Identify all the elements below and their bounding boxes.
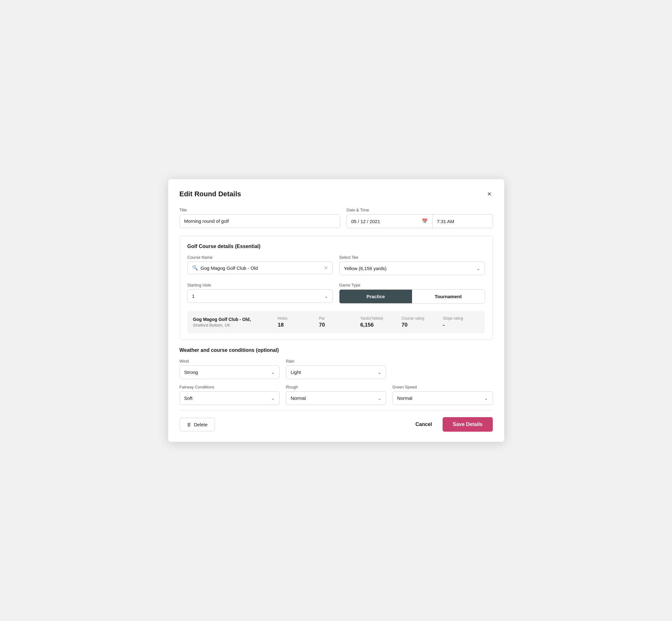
fairway-label: Fairway Conditions — [179, 385, 280, 389]
par-stat: Par 70 — [314, 316, 355, 328]
green-speed-group: Green Speed Normal ⌄ — [392, 385, 493, 405]
slope-rating-label: Slope rating — [443, 316, 463, 321]
starting-hole-group: Starting Hole 1 ⌄ — [187, 283, 333, 303]
title-group: Title — [179, 208, 340, 228]
tournament-button[interactable]: Tournament — [412, 290, 485, 303]
clear-icon[interactable]: ✕ — [324, 265, 328, 271]
title-datetime-row: Title Date & Time 05 / 12 / 2021 📅 7:31 … — [179, 208, 493, 228]
time-value: 7:31 AM — [437, 219, 454, 224]
select-tee-value: Yellow (6,156 yards) — [344, 266, 474, 271]
modal-footer: 🗑 Delete Cancel Save Details — [179, 411, 493, 432]
close-button[interactable]: × — [486, 189, 493, 199]
yards-stat: Yards(Yellow) 6,156 — [355, 316, 396, 328]
search-icon: 🔍 — [192, 265, 198, 271]
green-speed-dropdown[interactable]: Normal ⌄ — [392, 391, 493, 405]
cancel-button[interactable]: Cancel — [412, 418, 435, 431]
chevron-down-icon: ⌄ — [378, 370, 381, 375]
rain-label: Rain — [286, 359, 386, 364]
slope-rating-stat: Slope rating - — [438, 316, 479, 328]
wind-label: Wind — [179, 359, 280, 364]
select-tee-dropdown[interactable]: Yellow (6,156 yards) ⌄ — [339, 261, 485, 275]
rough-value: Normal — [291, 396, 375, 401]
hole-gametype-row: Starting Hole 1 ⌄ Game Type Practice Tou… — [187, 283, 485, 303]
datetime-group: Date & Time 05 / 12 / 2021 📅 7:31 AM — [346, 208, 493, 228]
par-value: 70 — [319, 322, 325, 328]
golf-course-section: Golf Course details (Essential) Course N… — [179, 236, 493, 340]
fairway-dropdown[interactable]: Soft ⌄ — [179, 391, 280, 405]
holes-label: Holes — [278, 316, 287, 321]
delete-label: Delete — [194, 422, 208, 427]
chevron-down-icon: ⌄ — [271, 396, 275, 401]
chevron-down-icon: ⌄ — [476, 266, 480, 271]
rough-label: Rough — [286, 385, 386, 389]
course-name-group: Course Name 🔍 ✕ — [187, 255, 333, 275]
slope-rating-value: - — [443, 322, 445, 328]
holes-stat: Holes 18 — [272, 316, 314, 328]
date-input[interactable]: 05 / 12 / 2021 📅 — [346, 214, 432, 228]
footer-right-actions: Cancel Save Details — [412, 417, 493, 432]
date-value: 05 / 12 / 2021 — [351, 219, 380, 224]
starting-hole-label: Starting Hole — [187, 283, 333, 287]
course-location: Shelford Bottom, UK — [193, 323, 273, 328]
chevron-down-icon: ⌄ — [271, 370, 275, 375]
green-speed-label: Green Speed — [392, 385, 493, 389]
starting-hole-dropdown[interactable]: 1 ⌄ — [187, 289, 333, 303]
course-info-name-group: Gog Magog Golf Club - Old, Shelford Bott… — [193, 317, 273, 328]
yards-value: 6,156 — [360, 322, 374, 328]
rain-dropdown[interactable]: Light ⌄ — [286, 365, 386, 379]
game-type-label: Game Type — [339, 283, 485, 287]
rain-group: Rain Light ⌄ — [286, 359, 386, 379]
title-input[interactable] — [179, 214, 340, 228]
trash-icon: 🗑 — [187, 422, 192, 427]
starting-hole-value: 1 — [192, 293, 322, 299]
course-rating-value: 70 — [402, 322, 408, 328]
weather-section: Weather and course conditions (optional)… — [179, 347, 493, 405]
calendar-icon: 📅 — [422, 218, 428, 224]
par-label: Par — [319, 316, 325, 321]
game-type-group: Game Type Practice Tournament — [339, 283, 485, 303]
modal-title: Edit Round Details — [179, 190, 241, 198]
green-speed-value: Normal — [397, 396, 482, 401]
course-tee-row: Course Name 🔍 ✕ Select Tee Yellow (6,156… — [187, 255, 485, 275]
course-name-label: Course Name — [187, 255, 333, 260]
wind-value: Strong — [184, 370, 269, 375]
wind-group: Wind Strong ⌄ — [179, 359, 280, 379]
fairway-rough-green-row: Fairway Conditions Soft ⌄ Rough Normal ⌄… — [179, 385, 493, 405]
select-tee-group: Select Tee Yellow (6,156 yards) ⌄ — [339, 255, 485, 275]
time-input[interactable]: 7:31 AM — [432, 214, 493, 228]
course-name-field[interactable] — [201, 265, 322, 271]
modal-header: Edit Round Details × — [179, 189, 493, 199]
golf-course-title: Golf Course details (Essential) — [187, 244, 485, 249]
fairway-group: Fairway Conditions Soft ⌄ — [179, 385, 280, 405]
select-tee-label: Select Tee — [339, 255, 485, 260]
edit-round-modal: Edit Round Details × Title Date & Time 0… — [168, 179, 504, 442]
course-search-input[interactable]: 🔍 ✕ — [187, 261, 333, 274]
game-type-toggle: Practice Tournament — [339, 289, 485, 303]
fairway-value: Soft — [184, 396, 269, 401]
save-button[interactable]: Save Details — [443, 417, 493, 432]
datetime-label: Date & Time — [346, 208, 493, 212]
wind-dropdown[interactable]: Strong ⌄ — [179, 365, 280, 379]
course-full-name: Gog Magog Golf Club - Old, — [193, 317, 273, 322]
chevron-down-icon: ⌄ — [378, 396, 381, 401]
rough-group: Rough Normal ⌄ — [286, 385, 386, 405]
title-label: Title — [179, 208, 340, 212]
chevron-down-icon: ⌄ — [484, 396, 488, 401]
practice-button[interactable]: Practice — [339, 290, 412, 303]
rain-value: Light — [291, 370, 375, 375]
course-rating-stat: Course rating 70 — [396, 316, 438, 328]
delete-button[interactable]: 🗑 Delete — [179, 418, 215, 431]
course-rating-label: Course rating — [402, 316, 424, 321]
date-time-inputs: 05 / 12 / 2021 📅 7:31 AM — [346, 214, 493, 228]
rough-dropdown[interactable]: Normal ⌄ — [286, 391, 386, 405]
wind-rain-row: Wind Strong ⌄ Rain Light ⌄ — [179, 359, 493, 379]
weather-title: Weather and course conditions (optional) — [179, 347, 493, 353]
yards-label: Yards(Yellow) — [360, 316, 383, 321]
chevron-down-icon: ⌄ — [324, 294, 328, 299]
course-info-box: Gog Magog Golf Club - Old, Shelford Bott… — [187, 311, 485, 333]
holes-value: 18 — [278, 322, 284, 328]
